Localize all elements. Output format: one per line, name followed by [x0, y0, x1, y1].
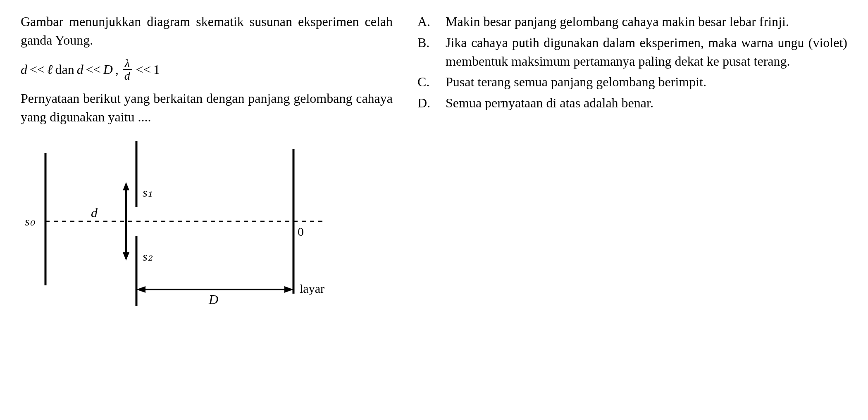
option-letter: B.: [417, 33, 438, 52]
var-ell: ℓ: [47, 60, 52, 79]
question-prompt: Pernyataan berikut yang berkaitan dengan…: [21, 89, 393, 126]
label-zero: 0: [298, 225, 304, 238]
formula-line: d << ℓ dan d << D , λ d << 1: [21, 57, 393, 82]
question-container: Gambar menunjukkan diagram skematik susu…: [21, 12, 847, 315]
one: 1: [153, 60, 160, 79]
option-c: C. Pusat terang semua panjang gelom­bang…: [417, 73, 847, 91]
d-arrow-head-down: [123, 252, 129, 261]
label-s1: s₁: [143, 185, 153, 199]
option-letter: A.: [417, 12, 438, 31]
option-text: Semua pernyataan di atas adalah benar.: [446, 94, 847, 112]
var-d: d: [21, 60, 27, 79]
option-letter: C.: [417, 73, 438, 91]
option-d: D. Semua pernyataan di atas adalah benar…: [417, 94, 847, 112]
option-b: B. Jika cahaya putih digunakan dalam eks…: [417, 33, 847, 71]
options-column: A. Makin besar panjang gelombang cahaya …: [417, 12, 847, 315]
fraction: λ d: [123, 57, 132, 82]
D-arrow-head-right: [284, 286, 293, 293]
var-D: D: [103, 60, 113, 79]
label-d: d: [91, 205, 98, 220]
option-a: A. Makin besar panjang gelombang cahaya …: [417, 12, 847, 31]
option-text: Pusat terang semua panjang gelom­bang be…: [446, 73, 847, 91]
ll-symbol-2: <<: [86, 60, 101, 79]
frac-denominator: d: [123, 69, 132, 82]
comma: ,: [115, 60, 119, 79]
dan-word: dan: [55, 60, 74, 79]
option-text: Makin besar panjang gelombang cahaya mak…: [446, 12, 847, 31]
option-letter: D.: [417, 94, 438, 112]
var-d-2: d: [77, 60, 83, 79]
label-s0: s₀: [25, 214, 36, 228]
D-arrow-head-left: [136, 286, 145, 293]
options-list: A. Makin besar panjang gelombang cahaya …: [417, 12, 847, 112]
ll-symbol-1: <<: [30, 60, 45, 79]
d-arrow-head-up: [123, 182, 129, 190]
frac-numerator: λ: [123, 57, 131, 69]
schematic-diagram: s₀ d s₁ s₂: [21, 137, 393, 315]
ll-symbol-3: <<: [136, 60, 151, 79]
question-intro: Gambar menunjukkan diagram skematik susu…: [21, 12, 393, 50]
label-D: D: [208, 292, 218, 307]
diagram-svg: s₀ d s₁ s₂: [21, 137, 343, 310]
label-s2: s₂: [143, 249, 153, 263]
option-text: Jika cahaya putih digunakan dalam eksper…: [446, 33, 847, 71]
label-layar: layar: [300, 282, 324, 295]
question-column: Gambar menunjukkan diagram skematik susu…: [21, 12, 393, 315]
